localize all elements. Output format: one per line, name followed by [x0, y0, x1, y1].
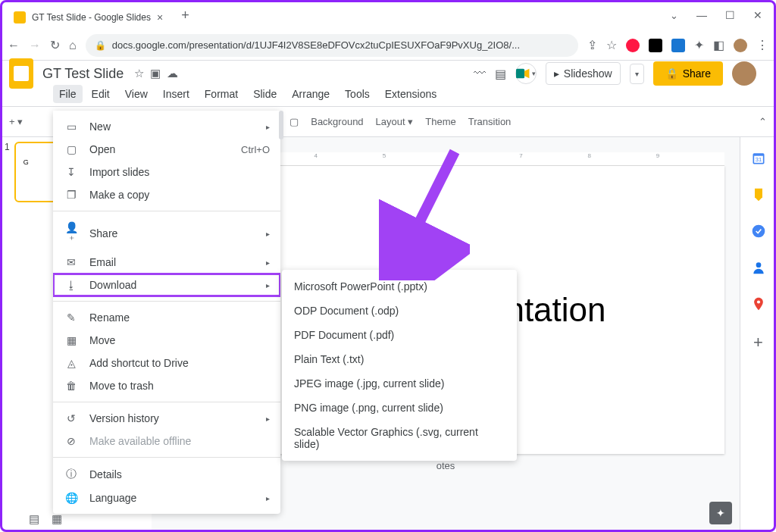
- menu-import-slides[interactable]: ↧Import slides: [53, 161, 280, 183]
- grid-view-icon[interactable]: ▦: [52, 512, 62, 526]
- menu-rename[interactable]: ✎Rename: [53, 306, 280, 329]
- svg-point-5: [756, 262, 761, 268]
- collapse-toolbar-icon[interactable]: ⌃: [759, 116, 767, 127]
- address-bar[interactable]: 🔒 docs.google.com/presentation/d/1UJF4I2…: [86, 34, 578, 57]
- menu-tools[interactable]: Tools: [339, 85, 376, 103]
- menu-make-copy[interactable]: ❐Make a copy: [53, 183, 280, 206]
- download-jpeg[interactable]: JPEG image (.jpg, current slide): [282, 371, 517, 396]
- info-icon: ⓘ: [64, 468, 79, 481]
- dropdown-scrollbar[interactable]: [279, 111, 283, 139]
- document-title[interactable]: GT Test Slide: [42, 66, 124, 82]
- reload-button[interactable]: ↻: [50, 38, 60, 52]
- layout-button[interactable]: Layout ▾: [376, 116, 414, 127]
- history-icon: ↺: [64, 412, 79, 424]
- menu-version-history[interactable]: ↺Version history▸: [53, 407, 280, 430]
- slideshow-dropdown-icon[interactable]: ▾: [630, 64, 644, 84]
- contacts-icon[interactable]: [751, 260, 766, 275]
- svg-point-4: [752, 225, 765, 238]
- slides-logo-icon[interactable]: [9, 58, 33, 89]
- menu-insert[interactable]: Insert: [157, 85, 196, 103]
- slides-favicon-icon: [14, 11, 26, 23]
- menu-edit[interactable]: Edit: [86, 85, 116, 103]
- menu-slide[interactable]: Slide: [247, 85, 283, 103]
- menu-format[interactable]: Format: [199, 85, 244, 103]
- new-slide-button[interactable]: + ▾: [9, 116, 23, 127]
- download-submenu: Microsoft PowerPoint (.pptx) ODP Documen…: [282, 270, 517, 461]
- close-window-button[interactable]: ✕: [753, 9, 762, 21]
- textbox-icon[interactable]: ▢: [289, 116, 299, 127]
- profile-avatar-icon[interactable]: [734, 39, 747, 52]
- tasks-icon[interactable]: [751, 224, 766, 239]
- menu-details[interactable]: ⓘDetails: [53, 462, 280, 487]
- forward-button[interactable]: →: [29, 39, 41, 52]
- mail-icon: ✉: [64, 256, 79, 268]
- person-add-icon: 👤⁺: [64, 221, 79, 246]
- menu-open[interactable]: ▢OpenCtrl+O: [53, 138, 280, 161]
- bookmark-star-icon[interactable]: ☆: [606, 38, 617, 52]
- background-button[interactable]: Background: [311, 116, 363, 127]
- address-bar-row: ← → ↻ ⌂ 🔒 docs.google.com/presentation/d…: [0, 30, 776, 61]
- download-odp[interactable]: ODP Document (.odp): [282, 299, 517, 323]
- extensions-puzzle-icon[interactable]: ✦: [694, 38, 704, 52]
- minimize-button[interactable]: —: [696, 9, 707, 21]
- svg-text:31: 31: [755, 156, 761, 163]
- share-url-icon[interactable]: ⇪: [587, 38, 597, 52]
- menu-new[interactable]: ▭New▸: [53, 115, 280, 138]
- offline-icon: ⊘: [64, 435, 79, 447]
- new-tab-button[interactable]: +: [181, 8, 189, 23]
- extension-icon-2[interactable]: [671, 39, 685, 52]
- cloud-status-icon[interactable]: ☁: [167, 67, 178, 80]
- extension-icon-1[interactable]: [649, 39, 662, 52]
- extensions-area: ✦ ◧ ⋮: [626, 38, 768, 52]
- calendar-icon[interactable]: 31: [751, 151, 766, 166]
- theme-button[interactable]: Theme: [425, 116, 455, 127]
- comments-icon[interactable]: ▤: [495, 67, 506, 81]
- menu-add-shortcut[interactable]: ◬Add shortcut to Drive: [53, 352, 280, 374]
- url-text: docs.google.com/presentation/d/1UJF4I2V8…: [112, 39, 520, 51]
- browser-chrome: GT Test Slide - Google Slides × + ⌄ — ☐ …: [0, 0, 776, 61]
- menu-move[interactable]: ▦Move: [53, 329, 280, 352]
- home-button[interactable]: ⌂: [69, 39, 77, 52]
- menu-move-to-trash[interactable]: 🗑Move to trash: [53, 374, 280, 397]
- menu-view[interactable]: View: [119, 85, 154, 103]
- chrome-menu-icon[interactable]: ⋮: [756, 38, 768, 52]
- tabs-dropdown-icon[interactable]: ⌄: [670, 10, 678, 21]
- download-svg[interactable]: Scalable Vector Graphics (.svg, current …: [282, 420, 517, 456]
- opera-ext-icon[interactable]: [626, 39, 640, 52]
- drive-shortcut-icon: ◬: [64, 357, 79, 369]
- menu-arrange[interactable]: Arrange: [286, 85, 336, 103]
- menu-language[interactable]: 🌐Language▸: [53, 487, 280, 509]
- maps-icon[interactable]: [751, 296, 766, 311]
- meet-icon[interactable]: ▾: [515, 63, 537, 84]
- copy-icon: ❐: [64, 189, 79, 201]
- add-addon-icon[interactable]: +: [751, 333, 766, 348]
- maximize-button[interactable]: ☐: [725, 9, 735, 21]
- keep-icon[interactable]: [751, 187, 766, 202]
- browser-tab[interactable]: GT Test Slide - Google Slides ×: [6, 7, 171, 28]
- download-pdf[interactable]: PDF Document (.pdf): [282, 323, 517, 347]
- import-icon: ↧: [64, 166, 79, 178]
- activity-icon[interactable]: 〰: [474, 67, 486, 80]
- menu-extensions[interactable]: Extensions: [379, 85, 443, 103]
- star-icon[interactable]: ☆: [134, 67, 144, 80]
- filmstrip-view-icon[interactable]: ▤: [29, 512, 39, 526]
- brand-row: GT Test Slide ☆ ▣ ☁ 〰 ▤ ▾ ▸ Slideshow ▾ …: [0, 61, 776, 82]
- download-png[interactable]: PNG image (.png, current slide): [282, 396, 517, 420]
- download-pptx[interactable]: Microsoft PowerPoint (.pptx): [282, 274, 517, 299]
- menu-file[interactable]: File: [53, 85, 83, 103]
- back-button[interactable]: ←: [8, 39, 20, 52]
- move-folder-icon[interactable]: ▣: [150, 67, 161, 80]
- menubar: File Edit View Insert Format Slide Arran…: [0, 82, 776, 107]
- browser-titlebar: GT Test Slide - Google Slides × + ⌄ — ☐ …: [0, 0, 776, 30]
- tab-close-icon[interactable]: ×: [157, 11, 163, 23]
- transition-button[interactable]: Transition: [468, 116, 512, 127]
- pencil-icon: ✎: [64, 311, 79, 324]
- tab-title: GT Test Slide - Google Slides: [32, 12, 151, 23]
- download-txt[interactable]: Plain Text (.txt): [282, 347, 517, 371]
- reading-list-icon[interactable]: ◧: [713, 38, 724, 52]
- explore-button[interactable]: ✦: [709, 502, 732, 524]
- menu-download[interactable]: ⭳Download▸: [53, 274, 280, 296]
- trash-icon: 🗑: [64, 380, 79, 392]
- menu-email[interactable]: ✉Email▸: [53, 251, 280, 274]
- menu-share[interactable]: 👤⁺Share▸: [53, 216, 280, 251]
